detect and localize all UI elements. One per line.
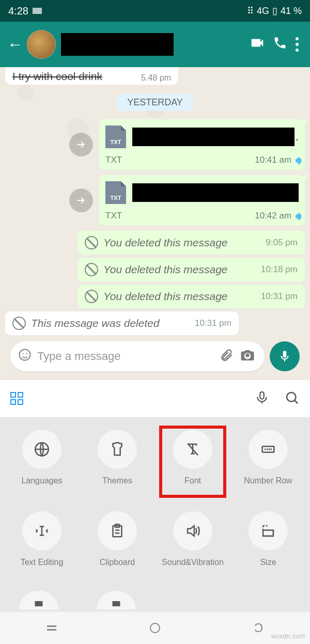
message-time: 10:41 am: [255, 155, 291, 165]
android-nav-bar: C: [0, 611, 310, 644]
svg-point-1: [22, 353, 23, 354]
keyboard-item-font[interactable]: Font: [155, 425, 230, 504]
search-icon[interactable]: [284, 390, 300, 407]
keyboard-item-sound-vibration[interactable]: Sound&Vibration: [155, 506, 230, 586]
signal-icon: ⠿: [247, 5, 254, 17]
keyboard-item-text-editing[interactable]: Text Editing: [4, 506, 80, 586]
deleted-icon: [12, 317, 26, 330]
deleted-message-in[interactable]: This message was deleted 10:31 pm: [5, 311, 239, 335]
keyboard-item-clipboard[interactable]: Clipboard: [80, 506, 155, 586]
forward-icon[interactable]: [69, 133, 93, 156]
message-input[interactable]: Type a message: [10, 341, 265, 371]
more-options-icon[interactable]: [291, 37, 303, 52]
message-time: 10:42 am: [255, 211, 291, 221]
message-time: 10:31 pm: [195, 318, 231, 328]
svg-point-2: [26, 353, 27, 354]
keyboard-item-number-row[interactable]: Number Row: [230, 425, 306, 504]
message-text: I try with cool drink: [12, 70, 102, 83]
file-ext-label: TXT: [105, 155, 122, 165]
svg-point-4: [287, 392, 296, 402]
status-time: 4:28: [8, 5, 28, 17]
watermark: wsxdn.com: [271, 632, 305, 640]
deleted-message-out[interactable]: You deleted this message 9:05 pm: [78, 231, 305, 255]
svg-rect-9: [263, 530, 273, 536]
date-separator: YESTERDAY: [5, 94, 305, 111]
nav-recent-icon[interactable]: [47, 625, 56, 631]
battery-icon: ▯: [272, 5, 277, 17]
svg-rect-10: [35, 601, 43, 606]
chat-header: ←: [0, 22, 310, 67]
message-time: 5.48 pm: [141, 73, 171, 83]
emoji-icon[interactable]: [18, 348, 32, 366]
voice-call-icon[interactable]: [269, 36, 291, 54]
video-call-icon[interactable]: [246, 35, 269, 54]
keyboard-item-partial[interactable]: [97, 591, 136, 609]
input-placeholder: Type a message: [37, 350, 215, 363]
keyboard-item-themes[interactable]: Themes: [80, 425, 155, 504]
deleted-icon: [85, 290, 98, 303]
keyboard-toolbar: [0, 380, 310, 417]
message-input-row: Type a message: [5, 338, 305, 376]
incoming-message[interactable]: I try with cool drink 5.48 pm: [5, 67, 178, 85]
network-label: 4G: [257, 6, 269, 17]
keyboard-item-partial[interactable]: [19, 591, 58, 609]
keyboard-panel-row3: [0, 589, 310, 611]
deleted-message-out[interactable]: You deleted this message 10:18 pm: [78, 258, 305, 281]
deleted-icon: [85, 263, 98, 276]
txt-file-icon: TXT: [105, 181, 126, 204]
filename-redacted: [132, 128, 295, 146]
file-ext-label: TXT: [105, 211, 122, 221]
forward-icon[interactable]: [69, 189, 93, 212]
contact-avatar[interactable]: [27, 30, 56, 59]
filename-redacted: [132, 183, 299, 202]
outgoing-file-message[interactable]: TXT . TXT 10:41 am ●◗: [99, 119, 305, 170]
keyboard-indicator-icon: [33, 8, 42, 14]
keyboard-item-languages[interactable]: Languages: [4, 425, 80, 504]
keyboard-settings-panel: Languages Themes Font Number Row Text Ed…: [0, 417, 310, 589]
voice-record-button[interactable]: [270, 341, 300, 371]
highlight-box: [159, 426, 226, 498]
svg-rect-3: [260, 391, 264, 399]
voice-input-icon[interactable]: [254, 390, 270, 407]
battery-label: 41 %: [281, 6, 302, 17]
nav-back-icon[interactable]: C: [254, 621, 263, 635]
back-arrow-icon[interactable]: ←: [7, 36, 23, 53]
message-time: 10:31 pm: [261, 291, 298, 302]
attach-icon[interactable]: [219, 348, 234, 365]
txt-file-icon: TXT: [105, 125, 126, 148]
svg-rect-11: [113, 601, 120, 606]
message-time: 9:05 pm: [266, 238, 298, 248]
status-bar: 4:28 ⠿ 4G ▯ 41 %: [0, 0, 310, 22]
keyboard-item-size[interactable]: Size: [230, 506, 306, 586]
deleted-message-out[interactable]: You deleted this message 10:31 pm: [78, 285, 305, 308]
read-receipt-icon: ●◗: [295, 210, 299, 222]
keyboard-menu-icon[interactable]: [10, 392, 23, 405]
chat-body[interactable]: I try with cool drink 5.48 pm YESTERDAY …: [0, 67, 310, 380]
outgoing-file-message[interactable]: TXT TXT 10:42 am ●◗: [99, 175, 305, 226]
svg-rect-6: [262, 446, 274, 452]
read-receipt-icon: ●◗: [295, 154, 299, 166]
contact-name-redacted[interactable]: [61, 33, 174, 56]
message-time: 10:18 pm: [261, 264, 298, 275]
nav-home-icon[interactable]: [150, 623, 160, 633]
camera-icon[interactable]: [240, 348, 255, 365]
deleted-icon: [85, 236, 98, 249]
svg-point-0: [20, 349, 30, 360]
